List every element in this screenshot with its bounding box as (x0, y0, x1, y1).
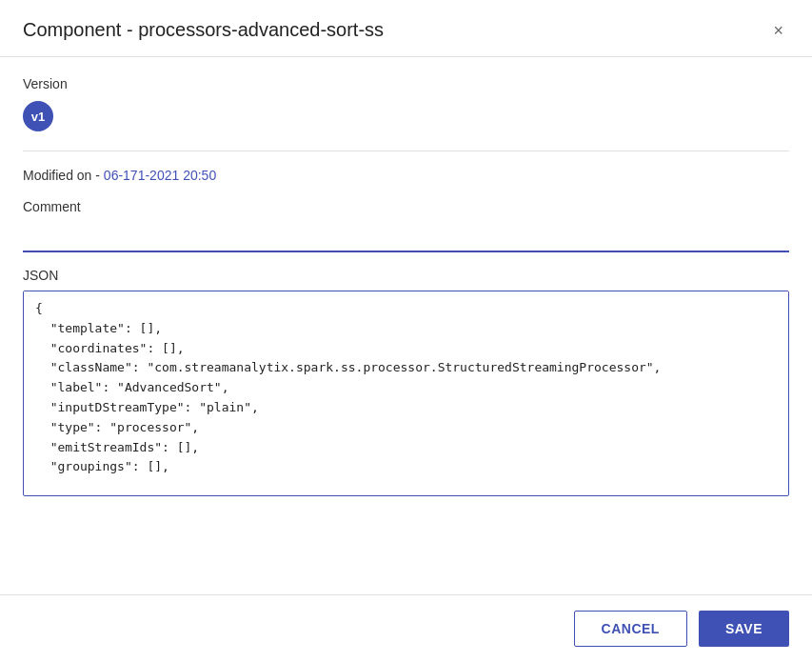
dialog-header: Component - processors-advanced-sort-ss … (0, 0, 812, 57)
version-section: Version v1 (23, 76, 789, 131)
json-textarea[interactable] (24, 291, 788, 491)
json-label: JSON (23, 268, 789, 283)
comment-section: Comment (23, 199, 789, 252)
dialog-title: Component - processors-advanced-sort-ss (23, 19, 384, 41)
close-button[interactable]: × (767, 20, 789, 41)
json-section: JSON (23, 268, 789, 496)
version-badge: v1 (23, 101, 53, 131)
dialog-footer: CANCEL SAVE (0, 594, 812, 662)
divider-1 (23, 150, 789, 151)
json-textarea-wrapper (23, 291, 789, 496)
modified-label: Modified on - 06-171-2021 20:50 (23, 168, 216, 183)
dialog: Component - processors-advanced-sort-ss … (0, 0, 812, 662)
cancel-button[interactable]: CANCEL (574, 611, 687, 647)
dialog-body: Version v1 Modified on - 06-171-2021 20:… (0, 57, 812, 594)
comment-input[interactable] (23, 222, 789, 252)
save-button[interactable]: SAVE (699, 611, 789, 647)
modified-date: 06-171-2021 20:50 (104, 168, 216, 183)
version-label: Version (23, 76, 789, 91)
modified-section: Modified on - 06-171-2021 20:50 (23, 167, 789, 184)
comment-label: Comment (23, 199, 789, 214)
